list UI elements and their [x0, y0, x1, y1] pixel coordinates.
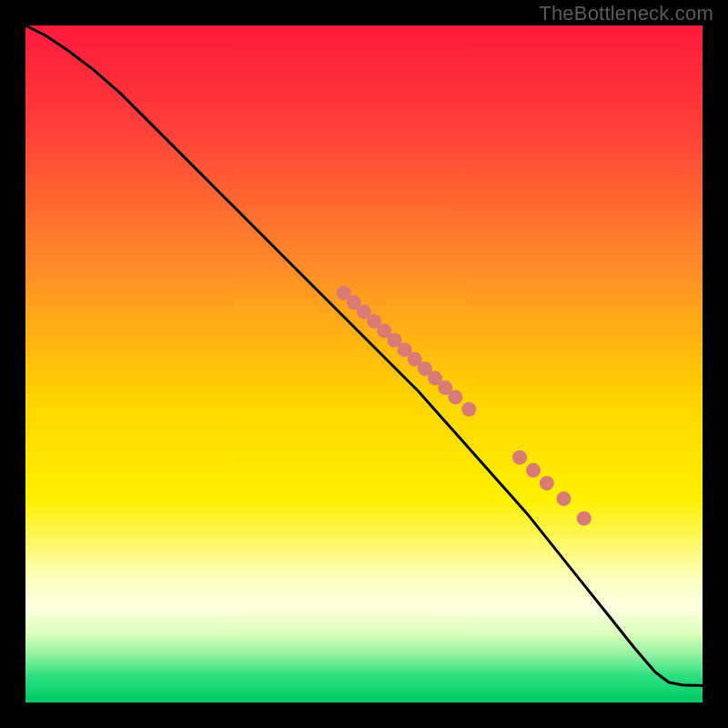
data-point	[526, 463, 541, 478]
chart-svg	[0, 0, 728, 728]
data-point	[556, 491, 571, 506]
plot-background	[25, 25, 703, 703]
chart-container: TheBottleneck.com	[0, 0, 728, 728]
data-point	[512, 450, 527, 465]
data-point	[540, 476, 554, 490]
data-point	[448, 389, 462, 404]
data-point	[577, 511, 592, 526]
data-point	[461, 402, 476, 417]
